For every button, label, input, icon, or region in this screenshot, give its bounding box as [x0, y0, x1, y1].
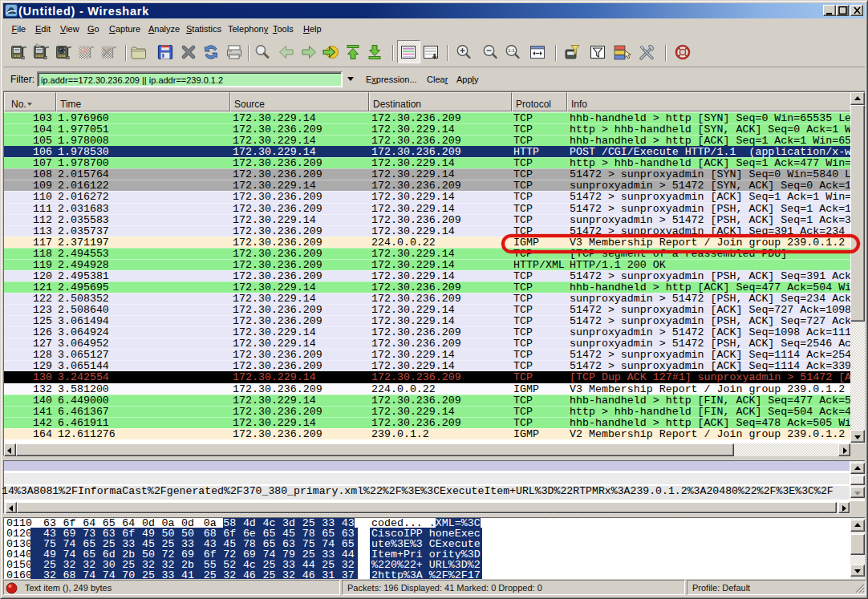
svg-text:1:1: 1:1 [508, 47, 515, 53]
